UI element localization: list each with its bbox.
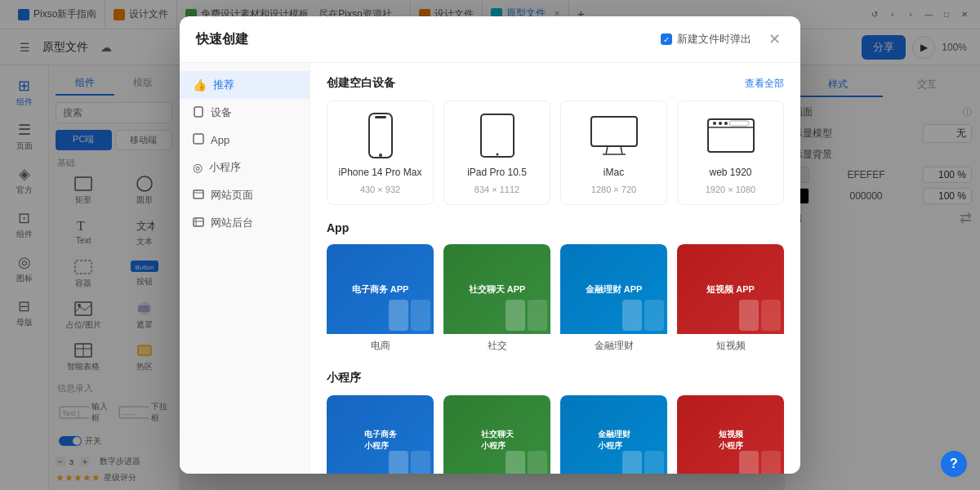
video-app-label: 短视频 — [677, 334, 784, 354]
video-mini-phones — [739, 300, 781, 331]
svg-point-48 — [713, 122, 716, 125]
modal-nav-backend[interactable]: 网站后台 — [180, 209, 310, 237]
mini-finance-phones — [622, 451, 664, 474]
finance-app-preview: 金融理财 APP — [560, 244, 667, 334]
web-size: 1920 × 1080 — [706, 185, 755, 194]
social-app-preview: 社交聊天 APP — [443, 244, 550, 334]
ipad-icon — [479, 113, 516, 158]
mini-soc-phone-1 — [506, 451, 525, 474]
backend-nav-icon — [193, 216, 204, 230]
device-cards-grid: iPhone 14 Pro Max 430 × 932 iPad Pro 10.… — [327, 100, 784, 205]
svg-rect-31 — [194, 134, 203, 144]
svg-rect-40 — [481, 114, 514, 157]
mini-fin-phone-1 — [622, 451, 642, 474]
imac-icon-wrap — [590, 111, 639, 160]
svg-rect-37 — [369, 114, 392, 158]
mini-tmpl-finance[interactable]: 金融理财小程序 金融理财 — [560, 395, 667, 474]
svg-point-49 — [719, 122, 722, 125]
modal-close-button[interactable]: ✕ — [764, 29, 784, 49]
create-blank-view-all[interactable]: 查看全部 — [745, 77, 784, 91]
mini-tmpl-ecommerce[interactable]: 电子商务小程序 电商 — [327, 395, 434, 474]
finance-app-label: 金融理财 — [560, 334, 667, 354]
app-tmpl-finance[interactable]: 金融理财 APP 金融理财 — [560, 244, 667, 354]
app-tmpl-ecommerce[interactable]: 电子商务 APP 电商 — [327, 244, 434, 354]
ipad-size: 834 × 1112 — [474, 185, 519, 194]
mini-soc-phone-2 — [528, 451, 547, 474]
finance-mini-phone-2 — [644, 300, 664, 331]
imac-name: iMac — [604, 167, 624, 178]
mini-video-preview: 短视频小程序 — [677, 395, 784, 474]
create-blank-section-header: 创建空白设备 查看全部 — [327, 76, 784, 91]
mini-ec-phone-1 — [389, 451, 408, 474]
modal-nav-mini[interactable]: ◎ 小程序 — [180, 154, 310, 181]
mini-phone-2 — [411, 300, 430, 331]
ecommerce-mini-phones — [389, 300, 430, 331]
mini-phone-1 — [389, 300, 408, 331]
imac-size: 1280 × 720 — [591, 185, 636, 194]
web-browser-icon — [706, 118, 755, 154]
svg-rect-34 — [194, 218, 203, 226]
modal-header: 快速创建 新建文件时弹出 ✕ — [180, 16, 800, 63]
social-mini-phone-2 — [528, 300, 547, 331]
new-file-popup-label: 新建文件时弹出 — [677, 32, 751, 47]
modal-nav-label-app: App — [211, 134, 229, 146]
svg-rect-42 — [591, 117, 637, 146]
webpage-nav-icon — [193, 189, 204, 203]
modal-checkbox-wrap[interactable]: 新建文件时弹出 — [661, 32, 751, 47]
mini-finance-preview: 金融理财小程序 — [560, 395, 667, 474]
mini-ecommerce-preview: 电子商务小程序 — [327, 395, 434, 474]
svg-rect-38 — [375, 116, 386, 118]
app-tmpl-social[interactable]: 社交聊天 APP 社交 — [443, 244, 550, 354]
mini-ecommerce-phones — [389, 451, 430, 474]
device-icon — [193, 106, 204, 120]
modal-nav-webpage[interactable]: 网站页面 — [180, 181, 310, 209]
finance-mini-phones — [622, 300, 664, 331]
device-card-ipad[interactable]: iPad Pro 10.5 834 × 1112 — [443, 100, 550, 205]
modal-nav-app[interactable]: App — [180, 127, 310, 154]
iphone-icon-wrap — [366, 111, 395, 160]
modal-nav-device[interactable]: 设备 — [180, 99, 310, 127]
device-card-web[interactable]: web 1920 1920 × 1080 — [677, 100, 784, 205]
modal-overlay[interactable]: 快速创建 新建文件时弹出 ✕ 👍 推荐 设备 — [0, 0, 980, 490]
web-name: web 1920 — [709, 167, 751, 178]
mini-section-header: 小程序 — [327, 371, 784, 385]
video-mini-phone-1 — [739, 300, 759, 331]
svg-rect-32 — [194, 190, 203, 198]
mini-social-preview: 社交聊天小程序 — [443, 395, 550, 474]
svg-line-43 — [606, 146, 608, 154]
svg-point-41 — [496, 154, 498, 156]
device-card-imac[interactable]: iMac 1280 × 720 — [560, 100, 667, 205]
modal-nav-label-webpage: 网站页面 — [211, 188, 253, 203]
mini-video-phones — [739, 451, 781, 474]
app-templates-grid: 电子商务 APP 电商 社交聊天 APP — [327, 244, 784, 354]
app-nav-icon — [193, 133, 204, 147]
modal-main-content: 创建空白设备 查看全部 iPhone 14 Pro Max — [310, 63, 800, 474]
modal-sidebar-nav: 👍 推荐 设备 App ◎ 小程序 — [180, 63, 310, 474]
ipad-name: iPad Pro 10.5 — [467, 167, 527, 178]
ecommerce-app-preview: 电子商务 APP — [327, 244, 434, 334]
device-card-iphone[interactable]: iPhone 14 Pro Max 430 × 932 — [327, 100, 434, 205]
mini-nav-icon: ◎ — [193, 161, 203, 174]
modal-nav-recommend[interactable]: 👍 推荐 — [180, 71, 310, 99]
svg-point-50 — [724, 122, 728, 125]
modal-title: 快速创建 — [196, 31, 661, 48]
finance-app-title: 金融理财 APP — [581, 278, 648, 301]
new-file-popup-checkbox[interactable] — [661, 33, 672, 45]
social-app-label: 社交 — [443, 334, 550, 354]
iphone-icon — [366, 113, 395, 158]
mini-templates-grid: 电子商务小程序 电商 社交聊天小程序 — [327, 395, 784, 474]
mini-social-phones — [506, 451, 547, 474]
mini-section-title: 小程序 — [327, 371, 361, 385]
iphone-size: 430 × 932 — [360, 185, 400, 194]
modal-nav-label-mini: 小程序 — [209, 160, 241, 175]
help-button[interactable]: ? — [941, 451, 967, 477]
mini-tmpl-video[interactable]: 短视频小程序 短视频 — [677, 395, 784, 474]
recommend-icon: 👍 — [193, 78, 207, 91]
video-mini-phone-2 — [761, 300, 781, 331]
video-app-preview: 短视频 APP — [677, 244, 784, 334]
mini-tmpl-social[interactable]: 社交聊天小程序 社交 — [443, 395, 550, 474]
imac-icon — [590, 115, 639, 156]
create-blank-title: 创建空白设备 — [327, 76, 395, 91]
app-tmpl-video[interactable]: 短视频 APP 短视频 — [677, 244, 784, 354]
social-mini-phone-1 — [506, 300, 525, 331]
